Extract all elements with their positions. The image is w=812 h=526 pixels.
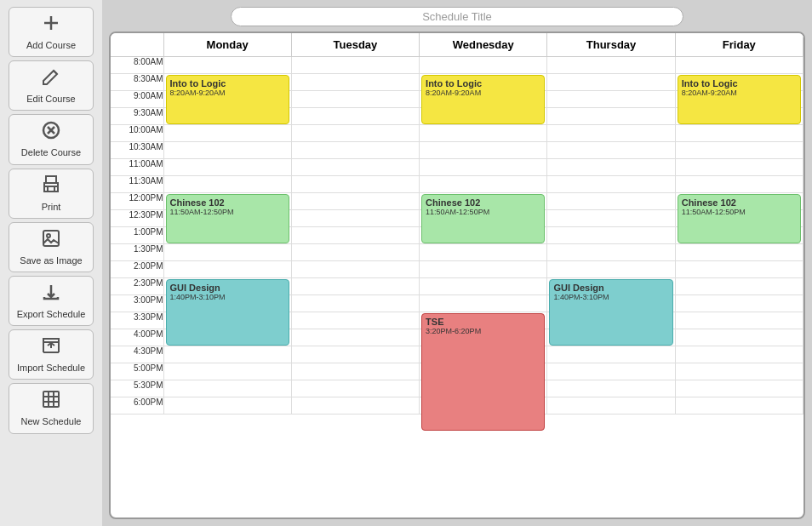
schedule-cell[interactable] bbox=[291, 363, 419, 380]
schedule-cell[interactable] bbox=[675, 295, 803, 312]
schedule-cell[interactable] bbox=[547, 244, 675, 261]
schedule-cell[interactable] bbox=[420, 176, 547, 193]
course-block[interactable]: TSE3:20PM-6:20PM bbox=[421, 313, 545, 431]
schedule-cell[interactable] bbox=[291, 57, 419, 74]
schedule-cell[interactable] bbox=[291, 108, 419, 125]
schedule-cell[interactable] bbox=[291, 295, 419, 312]
schedule-cell[interactable] bbox=[547, 159, 675, 176]
schedule-cell[interactable] bbox=[163, 397, 291, 415]
schedule-cell[interactable] bbox=[547, 91, 675, 108]
schedule-cell[interactable]: TSE3:20PM-6:20PM bbox=[420, 312, 547, 329]
schedule-cell[interactable] bbox=[163, 142, 291, 159]
schedule-cell[interactable] bbox=[675, 312, 803, 329]
schedule-cell[interactable] bbox=[163, 125, 291, 142]
schedule-cell[interactable] bbox=[547, 227, 675, 244]
course-block[interactable]: Chinese 10211:50AM-12:50PM bbox=[678, 194, 801, 243]
schedule-cell[interactable] bbox=[675, 261, 803, 278]
import-schedule-button[interactable]: Import Schedule bbox=[9, 329, 94, 380]
course-block[interactable]: Into to Logic8:20AM-9:20AM bbox=[421, 75, 545, 124]
export-schedule-button[interactable]: Export Schedule bbox=[9, 276, 94, 326]
schedule-cell[interactable] bbox=[163, 57, 291, 74]
schedule-cell[interactable] bbox=[291, 261, 419, 278]
schedule-cell[interactable] bbox=[420, 125, 547, 142]
schedule-cell[interactable] bbox=[420, 244, 547, 261]
schedule-cell[interactable] bbox=[291, 210, 419, 227]
schedule-cell[interactable] bbox=[291, 244, 419, 261]
schedule-cell[interactable] bbox=[547, 125, 675, 142]
schedule-cell[interactable]: Into to Logic8:20AM-9:20AM bbox=[675, 74, 803, 91]
schedule-cell[interactable] bbox=[547, 210, 675, 227]
schedule-cell[interactable] bbox=[675, 278, 803, 295]
schedule-cell[interactable] bbox=[291, 159, 419, 176]
schedule-cell[interactable] bbox=[675, 346, 803, 363]
edit-course-button[interactable]: Edit Course bbox=[9, 60, 94, 111]
schedule-title-input[interactable] bbox=[231, 7, 683, 26]
schedule-cell[interactable] bbox=[163, 261, 291, 278]
schedule-cell[interactable] bbox=[675, 380, 803, 397]
schedule-cell[interactable] bbox=[547, 193, 675, 210]
course-block[interactable]: GUI Design1:40PM-3:10PM bbox=[549, 279, 672, 346]
schedule-cell[interactable] bbox=[291, 91, 419, 108]
schedule-cell[interactable] bbox=[163, 346, 291, 363]
course-block[interactable]: Into to Logic8:20AM-9:20AM bbox=[678, 75, 801, 124]
course-block[interactable]: GUI Design1:40PM-3:10PM bbox=[166, 279, 289, 346]
schedule-cell[interactable] bbox=[420, 159, 547, 176]
schedule-cell[interactable] bbox=[163, 380, 291, 397]
schedule-cell[interactable] bbox=[675, 329, 803, 346]
schedule-cell[interactable] bbox=[420, 261, 547, 278]
schedule-cell[interactable] bbox=[420, 295, 547, 312]
schedule-cell[interactable] bbox=[420, 57, 547, 74]
course-block[interactable]: Chinese 10211:50AM-12:50PM bbox=[166, 194, 289, 243]
course-block[interactable]: Chinese 10211:50AM-12:50PM bbox=[421, 194, 545, 243]
schedule-cell[interactable] bbox=[547, 363, 675, 380]
schedule-cell[interactable] bbox=[547, 346, 675, 363]
schedule-cell[interactable] bbox=[163, 244, 291, 261]
schedule-cell[interactable] bbox=[291, 176, 419, 193]
schedule-cell[interactable] bbox=[163, 176, 291, 193]
schedule-cell[interactable] bbox=[291, 312, 419, 329]
schedule-inner[interactable]: Monday Tuesday Wednesday Thursday Friday… bbox=[111, 33, 803, 517]
schedule-cell[interactable] bbox=[420, 142, 547, 159]
schedule-cell[interactable] bbox=[291, 278, 419, 295]
schedule-cell[interactable] bbox=[547, 380, 675, 397]
course-block[interactable]: Into to Logic8:20AM-9:20AM bbox=[166, 75, 289, 124]
schedule-cell[interactable] bbox=[291, 346, 419, 363]
schedule-cell[interactable] bbox=[675, 397, 803, 415]
schedule-cell[interactable] bbox=[675, 176, 803, 193]
schedule-cell[interactable] bbox=[547, 108, 675, 125]
schedule-cell[interactable] bbox=[291, 380, 419, 397]
schedule-cell[interactable] bbox=[547, 57, 675, 74]
schedule-cell[interactable] bbox=[163, 363, 291, 380]
schedule-cell[interactable] bbox=[420, 278, 547, 295]
add-course-button[interactable]: Add Course bbox=[9, 7, 94, 57]
schedule-cell[interactable]: Chinese 10211:50AM-12:50PM bbox=[675, 193, 803, 210]
schedule-cell[interactable] bbox=[291, 142, 419, 159]
schedule-cell[interactable] bbox=[547, 397, 675, 415]
schedule-cell[interactable] bbox=[163, 159, 291, 176]
schedule-cell[interactable] bbox=[291, 397, 419, 415]
schedule-cell[interactable] bbox=[675, 57, 803, 74]
new-schedule-button[interactable]: New Schedule bbox=[9, 383, 94, 433]
save-image-button[interactable]: Save as Image bbox=[9, 222, 94, 272]
schedule-cell[interactable] bbox=[675, 244, 803, 261]
schedule-cell[interactable] bbox=[547, 74, 675, 91]
schedule-cell[interactable] bbox=[291, 329, 419, 346]
schedule-cell[interactable] bbox=[291, 74, 419, 91]
delete-course-button[interactable]: Delete Course bbox=[9, 114, 94, 164]
schedule-cell[interactable] bbox=[291, 193, 419, 210]
schedule-cell[interactable]: GUI Design1:40PM-3:10PM bbox=[547, 278, 675, 295]
schedule-cell[interactable] bbox=[675, 363, 803, 380]
schedule-cell[interactable]: Chinese 10211:50AM-12:50PM bbox=[420, 193, 547, 210]
schedule-cell[interactable]: Into to Logic8:20AM-9:20AM bbox=[420, 74, 547, 91]
schedule-cell[interactable] bbox=[675, 159, 803, 176]
schedule-cell[interactable] bbox=[675, 125, 803, 142]
schedule-cell[interactable] bbox=[547, 176, 675, 193]
schedule-cell[interactable] bbox=[675, 142, 803, 159]
schedule-cell[interactable] bbox=[291, 125, 419, 142]
schedule-cell[interactable] bbox=[547, 142, 675, 159]
schedule-cell[interactable]: Into to Logic8:20AM-9:20AM bbox=[163, 74, 291, 91]
print-button[interactable]: Print bbox=[9, 169, 94, 219]
schedule-cell[interactable] bbox=[547, 261, 675, 278]
schedule-cell[interactable]: GUI Design1:40PM-3:10PM bbox=[163, 278, 291, 295]
schedule-cell[interactable]: Chinese 10211:50AM-12:50PM bbox=[163, 193, 291, 210]
